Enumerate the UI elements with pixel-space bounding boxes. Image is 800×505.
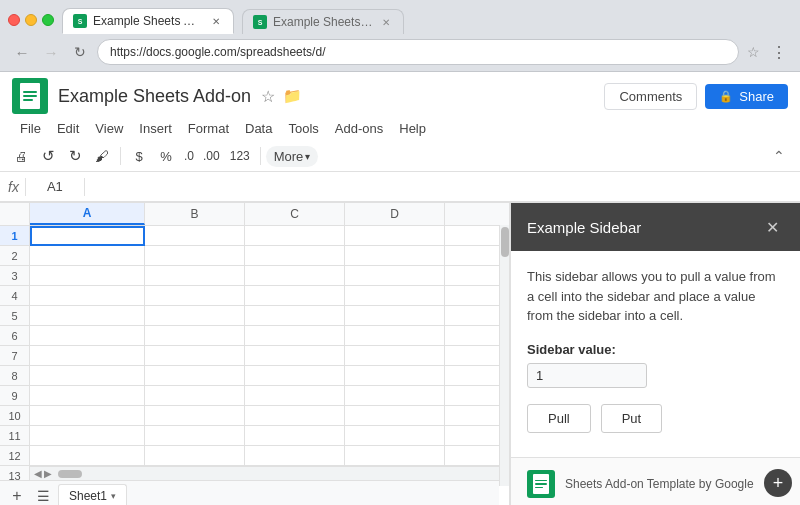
cell-D2[interactable] <box>345 246 445 266</box>
cell-C6[interactable] <box>245 326 345 346</box>
add-sheet-button[interactable]: + <box>6 485 28 506</box>
cell-A10[interactable] <box>30 406 145 426</box>
formula-input[interactable] <box>91 179 792 194</box>
cell-D6[interactable] <box>345 326 445 346</box>
row-num-3[interactable]: 3 <box>0 266 30 286</box>
row-num-1[interactable]: 1 <box>0 226 30 246</box>
redo-button[interactable]: ↻ <box>62 143 88 169</box>
cell-B11[interactable] <box>145 426 245 446</box>
cell-A5[interactable] <box>30 306 145 326</box>
cell-D10[interactable] <box>345 406 445 426</box>
menu-icon[interactable]: ⋮ <box>768 43 790 62</box>
sidebar-value-input[interactable] <box>527 363 647 388</box>
cell-C5[interactable] <box>245 306 345 326</box>
decimal-less-button[interactable]: .0 <box>180 146 198 166</box>
row-num-2[interactable]: 2 <box>0 246 30 266</box>
cell-B10[interactable] <box>145 406 245 426</box>
cell-B1[interactable] <box>145 226 245 246</box>
vertical-scrollbar[interactable] <box>499 225 509 486</box>
tab-close-inactive[interactable]: ✕ <box>379 15 393 29</box>
row-num-4[interactable]: 4 <box>0 286 30 306</box>
browser-tab-inactive[interactable]: S Example Sheets Add-on - Goo... ✕ <box>242 9 404 34</box>
cell-A1[interactable] <box>30 226 145 246</box>
cell-A8[interactable] <box>30 366 145 386</box>
menu-item-insert[interactable]: Insert <box>131 117 180 140</box>
cell-A9[interactable] <box>30 386 145 406</box>
cell-A3[interactable] <box>30 266 145 286</box>
row-num-9[interactable]: 9 <box>0 386 30 406</box>
menu-item-addons[interactable]: Add-ons <box>327 117 391 140</box>
cell-B3[interactable] <box>145 266 245 286</box>
cell-A2[interactable] <box>30 246 145 266</box>
cell-D3[interactable] <box>345 266 445 286</box>
put-button[interactable]: Put <box>601 404 663 433</box>
cell-B8[interactable] <box>145 366 245 386</box>
cell-C2[interactable] <box>245 246 345 266</box>
cell-C1[interactable] <box>245 226 345 246</box>
menu-item-format[interactable]: Format <box>180 117 237 140</box>
cell-D8[interactable] <box>345 366 445 386</box>
cell-C10[interactable] <box>245 406 345 426</box>
undo-button[interactable]: ↺ <box>35 143 61 169</box>
cell-B7[interactable] <box>145 346 245 366</box>
menu-item-data[interactable]: Data <box>237 117 280 140</box>
star-icon[interactable]: ☆ <box>744 44 763 60</box>
cell-C11[interactable] <box>245 426 345 446</box>
traffic-light-yellow[interactable] <box>25 14 37 26</box>
corner-add-button[interactable]: + <box>764 469 792 497</box>
cell-C8[interactable] <box>245 366 345 386</box>
row-num-5[interactable]: 5 <box>0 306 30 326</box>
cell-D9[interactable] <box>345 386 445 406</box>
cell-D11[interactable] <box>345 426 445 446</box>
tab-close-active[interactable]: ✕ <box>209 14 223 28</box>
address-input[interactable] <box>97 39 739 65</box>
decimal-more-button[interactable]: .00 <box>199 146 224 166</box>
sheet-list-button[interactable]: ☰ <box>32 485 54 506</box>
cell-D4[interactable] <box>345 286 445 306</box>
traffic-light-red[interactable] <box>8 14 20 26</box>
comments-button[interactable]: Comments <box>604 83 697 110</box>
horizontal-scrollbar[interactable]: ◀ ▶ <box>30 466 499 480</box>
currency-button[interactable]: $ <box>126 143 152 169</box>
collapse-toolbar-button[interactable]: ⌃ <box>766 143 792 169</box>
cell-D5[interactable] <box>345 306 445 326</box>
sheet-tab-sheet1[interactable]: Sheet1 ▾ <box>58 484 127 505</box>
share-button[interactable]: 🔒 Share <box>705 84 788 109</box>
h-scroll-thumb[interactable] <box>58 470 82 478</box>
menu-item-help[interactable]: Help <box>391 117 434 140</box>
cell-C4[interactable] <box>245 286 345 306</box>
cell-B5[interactable] <box>145 306 245 326</box>
cell-D1[interactable] <box>345 226 445 246</box>
cell-C12[interactable] <box>245 446 345 466</box>
print-button[interactable]: 🖨 <box>8 143 34 169</box>
cell-reference-box[interactable] <box>32 179 78 194</box>
row-num-11[interactable]: 11 <box>0 426 30 446</box>
row-num-10[interactable]: 10 <box>0 406 30 426</box>
browser-tab-active[interactable]: S Example Sheets Add-on ✕ <box>62 8 234 34</box>
percent-button[interactable]: % <box>153 143 179 169</box>
col-header-d[interactable]: D <box>345 203 445 225</box>
folder-title-icon[interactable]: 📁 <box>283 87 302 105</box>
col-header-a[interactable]: A <box>30 203 145 225</box>
sidebar-close-button[interactable]: ✕ <box>760 215 784 239</box>
cell-A11[interactable] <box>30 426 145 446</box>
cell-B2[interactable] <box>145 246 245 266</box>
row-num-6[interactable]: 6 <box>0 326 30 346</box>
row-num-8[interactable]: 8 <box>0 366 30 386</box>
cell-B4[interactable] <box>145 286 245 306</box>
col-header-b[interactable]: B <box>145 203 245 225</box>
scroll-right-arrow[interactable]: ▶ <box>44 468 52 479</box>
menu-item-edit[interactable]: Edit <box>49 117 87 140</box>
scroll-left-arrow[interactable]: ◀ <box>34 468 42 479</box>
row-num-7[interactable]: 7 <box>0 346 30 366</box>
paint-format-button[interactable]: 🖌 <box>89 143 115 169</box>
star-title-icon[interactable]: ☆ <box>261 87 275 106</box>
cell-D12[interactable] <box>345 446 445 466</box>
cell-A12[interactable] <box>30 446 145 466</box>
back-button[interactable]: ← <box>10 40 34 64</box>
cell-A7[interactable] <box>30 346 145 366</box>
cell-C9[interactable] <box>245 386 345 406</box>
row-num-12[interactable]: 12 <box>0 446 30 466</box>
cell-B12[interactable] <box>145 446 245 466</box>
cell-A6[interactable] <box>30 326 145 346</box>
